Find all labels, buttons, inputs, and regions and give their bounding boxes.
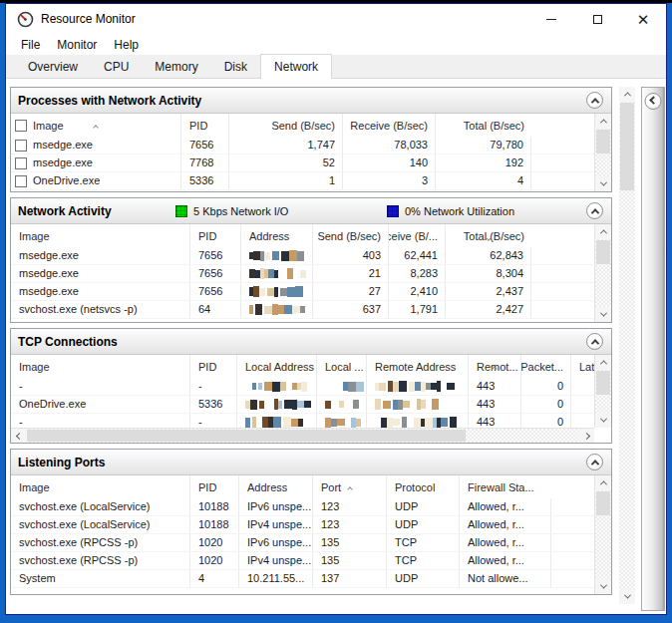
table-row-onedrive-exe[interactable]: OneDrive.exe5336134 xyxy=(11,172,594,190)
column-header-pid[interactable]: PID xyxy=(181,114,229,137)
table-row-msedge-exe[interactable]: msedge.exe776852140192 xyxy=(11,155,594,172)
table-row-onedrive-exe[interactable]: OneDrive.exe53364430 xyxy=(11,396,594,414)
collapse-button[interactable] xyxy=(586,454,603,470)
scrollbar-thumb[interactable] xyxy=(620,103,634,190)
table-row-svchost-exe-rpcss-p[interactable]: svchost.exe (RPCSS -p)1020IPv6 unspe...1… xyxy=(11,534,594,552)
scrollbar-thumb[interactable] xyxy=(27,430,466,442)
column-header-send-b-sec[interactable]: Send (B/sec) xyxy=(313,224,389,247)
vertical-scrollbar[interactable] xyxy=(594,355,611,428)
column-header-receive-b[interactable]: Receive (B/... xyxy=(389,224,446,247)
maximize-button[interactable] xyxy=(574,4,620,34)
table-row-msedge-exe[interactable]: msedge.exe7656272,4102,437 xyxy=(11,283,594,301)
column-header-image[interactable]: Image xyxy=(11,355,190,378)
column-header-local[interactable]: Local ... xyxy=(317,355,367,378)
cell-pid: 5336 xyxy=(190,396,237,413)
menu-file[interactable]: File xyxy=(14,36,47,54)
scroll-up-button[interactable] xyxy=(619,87,635,102)
scrollbar-thumb[interactable] xyxy=(596,240,610,264)
column-header-pid[interactable]: PID xyxy=(190,475,239,498)
title-bar[interactable]: Resource Monitor ✕ xyxy=(6,4,666,34)
horizontal-scrollbar[interactable] xyxy=(11,428,594,443)
minimize-button[interactable] xyxy=(528,4,574,34)
column-header-protocol[interactable]: Protocol xyxy=(387,475,460,498)
vertical-scrollbar[interactable] xyxy=(594,224,611,322)
column-header-send-b-sec[interactable]: Send (B/sec) xyxy=(229,114,343,137)
scroll-down-button[interactable] xyxy=(595,579,611,594)
cell-image: System xyxy=(11,570,190,587)
cell-text: 137 xyxy=(321,570,339,587)
scrollbar-thumb[interactable] xyxy=(596,491,610,515)
cell-text: 2,427 xyxy=(496,301,523,318)
scroll-up-button[interactable] xyxy=(595,475,611,490)
expand-views-button[interactable] xyxy=(645,93,662,110)
tab-disk[interactable]: Disk xyxy=(211,57,260,78)
menu-monitor[interactable]: Monitor xyxy=(50,36,104,54)
scroll-down-button[interactable] xyxy=(595,176,611,191)
scrollbar-thumb[interactable] xyxy=(596,130,610,154)
table-row-blank[interactable]: --4430 xyxy=(11,414,594,428)
column-header-port[interactable]: Port xyxy=(313,475,387,498)
column-label: Send (B/sec) xyxy=(271,115,335,137)
cell-image: OneDrive.exe xyxy=(11,396,190,413)
table-row-msedge-exe[interactable]: msedge.exe7656218,2838,304 xyxy=(11,265,594,283)
section-body: ImagePIDAddressSend (B/sec)Receive (B/..… xyxy=(11,224,611,322)
menu-help[interactable]: Help xyxy=(107,36,146,54)
table-header-row: ImagePIDSend (B/sec)Receive (B/sec)Total… xyxy=(11,114,594,137)
column-header-remot[interactable]: Remot... xyxy=(469,355,521,378)
redacted-address xyxy=(325,381,364,393)
column-header-packet[interactable]: Packet... xyxy=(521,355,571,378)
scroll-down-button[interactable] xyxy=(619,589,635,604)
row-checkbox[interactable] xyxy=(15,157,27,169)
column-header-image[interactable]: Image xyxy=(11,224,190,247)
scroll-down-button[interactable] xyxy=(595,413,611,428)
close-button[interactable]: ✕ xyxy=(620,4,666,34)
column-header-remote-address[interactable]: Remote Address xyxy=(367,355,469,378)
scroll-up-button[interactable] xyxy=(595,355,611,370)
column-header-pid[interactable]: PID xyxy=(190,355,237,378)
select-all-checkbox[interactable] xyxy=(15,120,27,132)
tab-overview[interactable]: Overview xyxy=(15,57,91,78)
column-header-image[interactable]: Image xyxy=(11,114,181,137)
main-vertical-scrollbar[interactable] xyxy=(619,87,635,604)
tab-cpu[interactable]: CPU xyxy=(91,57,142,78)
section-header[interactable]: TCP Connections xyxy=(11,329,611,355)
collapse-button[interactable] xyxy=(586,333,603,350)
tab-network[interactable]: Network xyxy=(260,54,332,79)
table-row-svchost-exe-netsvcs-p[interactable]: svchost.exe (netsvcs -p)646371,7912,427 xyxy=(11,301,594,319)
row-checkbox[interactable] xyxy=(15,140,27,152)
column-header-local-address[interactable]: Local Address xyxy=(237,355,317,378)
table-row-msedge-exe[interactable]: msedge.exe76561,74778,03379,780 xyxy=(11,137,594,155)
column-header-firewall-sta[interactable]: Firewall Sta... xyxy=(460,475,551,498)
collapse-button[interactable] xyxy=(586,92,603,109)
tab-memory[interactable]: Memory xyxy=(142,57,210,78)
scroll-left-button[interactable] xyxy=(11,429,27,443)
table-row-svchost-exe-localservice[interactable]: svchost.exe (LocalService)10188IPv6 unsp… xyxy=(11,498,594,516)
column-header-pid[interactable]: PID xyxy=(190,224,241,247)
cell-local-address xyxy=(237,414,317,428)
legend-network-utilization: 0% Network Utilization xyxy=(387,205,514,217)
column-header-address[interactable]: Address xyxy=(241,224,313,247)
scroll-down-button[interactable] xyxy=(595,307,611,322)
table-row-svchost-exe-localservice[interactable]: svchost.exe (LocalService)10188IPv4 unsp… xyxy=(11,516,594,534)
vertical-scrollbar[interactable] xyxy=(594,114,611,191)
collapse-button[interactable] xyxy=(586,202,603,219)
scroll-right-button[interactable] xyxy=(578,429,594,443)
column-header-image[interactable]: Image xyxy=(11,475,190,498)
scrollbar-thumb[interactable] xyxy=(596,371,610,395)
column-header-address[interactable]: Address xyxy=(239,475,313,498)
row-checkbox[interactable] xyxy=(15,175,27,187)
column-header-total-b-sec[interactable]: Total (B/sec) xyxy=(446,224,531,247)
table-row-msedge-exe[interactable]: msedge.exe765640362,44162,843 xyxy=(11,247,594,265)
column-header-late[interactable]: Late... xyxy=(571,355,594,378)
table-row-svchost-exe-rpcss-p[interactable]: svchost.exe (RPCSS -p)1020IPv4 unspe...1… xyxy=(11,552,594,570)
table-row-system[interactable]: System410.211.55...137UDPNot allowe... xyxy=(11,570,594,588)
scroll-up-button[interactable] xyxy=(595,224,611,239)
column-header-receive-b-sec[interactable]: Receive (B/sec) xyxy=(343,114,436,137)
table-row-blank[interactable]: --4430 xyxy=(11,378,594,396)
section-header[interactable]: Network Activity 5 Kbps Network I/O 0% N… xyxy=(11,198,611,224)
vertical-scrollbar[interactable] xyxy=(594,475,611,594)
section-header[interactable]: Processes with Network Activity xyxy=(11,88,611,114)
scroll-up-button[interactable] xyxy=(595,114,611,129)
column-header-total-b-sec[interactable]: Total (B/sec) xyxy=(436,114,531,137)
section-header[interactable]: Listening Ports xyxy=(11,450,611,475)
